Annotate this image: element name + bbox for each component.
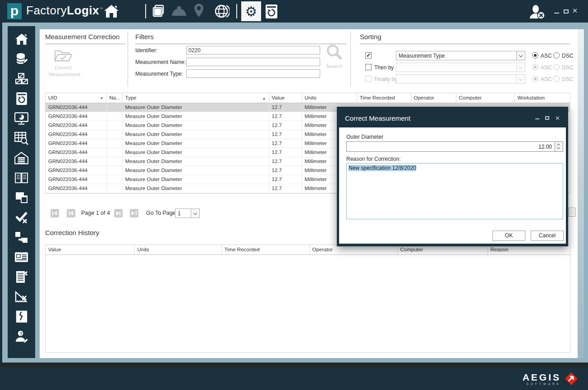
column-header-value[interactable]: Value [269,93,302,103]
footer-bar: AEGIS SOFTWARE [0,367,588,390]
cell-type: Measure Outer Diameter [122,184,269,193]
sidebar-pallet-icon[interactable] [14,72,28,86]
first-page-button[interactable] [51,209,59,218]
sidebar-warehouse-icon[interactable] [14,151,28,165]
sidebar-id-card-icon[interactable] [14,250,28,264]
sidebar-person-question-icon[interactable]: ? [14,329,28,343]
column-header-type[interactable]: Type▲ [122,93,269,103]
location-pin-icon[interactable] [193,3,204,21]
column-header-operator[interactable]: Operator [411,93,456,103]
correct-measurement-dialog: Correct Measurement ✕ Outer Diameter 12.… [337,107,568,246]
cancel-button[interactable]: Cancel [531,231,564,241]
identifier-label: Identifier: [135,47,157,54]
sidebar-device-history-icon[interactable] [14,91,28,105]
ok-button[interactable]: OK [492,231,525,241]
history-column-header-computer[interactable]: Computer [397,245,487,254]
sidebar-monitor-chart-icon[interactable] [14,111,28,125]
sort1-dsc-radio[interactable] [553,52,560,59]
dialog-minimize-button[interactable] [535,118,539,119]
next-page-button[interactable] [114,209,123,218]
sidebar-nav: ? [8,26,35,358]
gear-icon[interactable]: ⚙ [241,1,261,21]
toolbar-divider [145,4,146,18]
column-header-na-[interactable]: Na... [106,93,122,103]
history-column-header-value[interactable]: Value [46,245,134,254]
filter-dropdown-icon[interactable]: ▼ [100,96,104,100]
sort2-checkbox[interactable] [365,64,372,70]
sort2-dsc-radio [553,64,560,70]
sidebar-table-search-icon[interactable] [14,131,28,145]
column-header-uid[interactable]: UID▼ [46,93,106,103]
search-button[interactable]: Search [322,43,346,70]
cell-name [106,166,122,175]
sidebar-measure-remove-icon[interactable] [14,290,28,304]
correct-measurement-label-2: Measurement [49,72,80,77]
user-logout-icon[interactable] [528,5,547,21]
window-minimize-button[interactable] [554,13,559,14]
history-column-header-time-recorded[interactable]: Time Recorded [221,245,309,254]
sidebar-damaged-box-icon[interactable] [14,309,28,323]
dialog-maximize-button[interactable] [545,116,549,120]
sort1-asc-radio[interactable] [532,52,538,59]
cell-uid: GRN022036-444 [46,148,106,157]
cell-uid: GRN022036-444 [46,103,106,112]
spinner-down-icon[interactable] [557,146,560,149]
sort1-combo[interactable]: Measurement Type [396,51,525,60]
chevron-down-icon[interactable] [191,209,199,218]
chevron-down-icon[interactable] [516,51,525,60]
correct-measurement-button[interactable]: CorrectMeasurement [49,48,78,78]
sidebar-box-transfer-icon[interactable] [14,230,28,244]
cell-value: 12.7 [269,139,302,148]
partially-hidden-control[interactable] [569,208,575,217]
measurement-type-label: Measurement Type: [135,71,183,77]
column-header-workstation[interactable]: Workstation [514,93,570,103]
cell-value: 12.7 [269,148,302,157]
chevron-down-icon [516,63,525,72]
sort1-checkbox[interactable] [365,52,372,59]
column-header-units[interactable]: Units [302,93,357,103]
sidebar-list-remove-icon[interactable] [14,270,28,284]
sort3-asc-label: ASC [541,76,552,82]
footer-divider-strip [0,363,588,367]
dialog-close-button[interactable]: ✕ [555,115,560,122]
outer-diameter-input[interactable]: 12.00 [346,141,563,152]
history-column-header-units[interactable]: Units [134,245,221,254]
column-header-time-recorded[interactable]: Time Recorded [357,93,411,103]
sidebar-database-edit-icon[interactable] [14,52,28,66]
measurement-type-input[interactable] [186,69,320,78]
window-maximize-button[interactable] [564,9,569,14]
sidebar-book-icon[interactable] [14,171,28,185]
cell-value: 12.7 [269,184,302,193]
sidebar-home-icon[interactable] [14,32,28,46]
sort-ascending-icon[interactable]: ▲ [262,96,266,100]
home-icon[interactable] [104,4,119,20]
dialog-title: Correct Measurement [345,114,410,122]
hardhat-icon[interactable] [171,5,187,19]
sidebar-check-remove-icon[interactable] [14,210,28,224]
cell-value: 12.7 [269,175,302,184]
search-icon [325,43,343,61]
cell-name [106,184,122,193]
goto-page-value: 1 [178,210,189,217]
cell-type: Measure Outer Diameter [122,139,269,148]
previous-page-button[interactable] [67,209,75,218]
documents-icon[interactable] [152,5,166,20]
history-column-header-reason[interactable]: Reason [487,245,570,254]
sidebar-window-copy-icon[interactable] [14,190,28,204]
globe-icon[interactable] [214,4,230,21]
history-column-header-operator[interactable]: Operator [309,245,397,254]
goto-page-combo[interactable]: 1 [175,209,200,218]
sync-device-icon[interactable] [265,4,278,21]
identifier-input[interactable] [186,46,320,54]
window-close-button[interactable]: ✕ [571,6,579,15]
last-page-button[interactable] [130,209,138,218]
sort1-dsc-label: DSC [562,53,573,59]
sort1-asc-label: ASC [541,53,552,59]
column-header-computer[interactable]: Computer [456,93,514,103]
cell-name [106,175,122,184]
cell-value: 12.7 [269,166,302,175]
measurement-name-input[interactable] [186,58,320,66]
spinner-control[interactable] [555,142,563,151]
filters-title: Filters [135,33,347,44]
reason-textarea[interactable]: New specification 12/8/2020 [346,163,563,219]
